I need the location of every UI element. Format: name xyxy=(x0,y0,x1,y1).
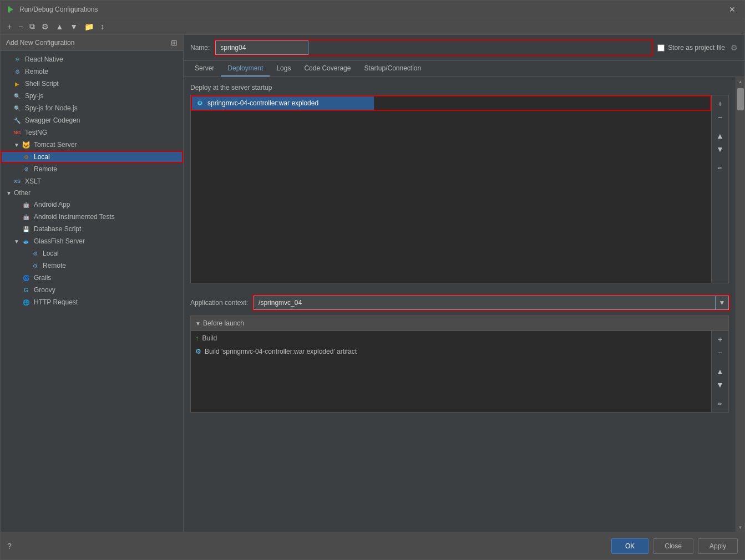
xslt-icon: XS xyxy=(13,177,22,186)
sidebar-item-label: Android Instrumented Tests xyxy=(34,213,115,221)
right-panel: Name: Store as project file ⚙ Server xyxy=(184,35,744,532)
app-context-input[interactable] xyxy=(254,296,716,310)
glassfish-icon: 🐟 xyxy=(22,237,31,246)
sidebar-item-android-instrumented[interactable]: 🤖 Android Instrumented Tests xyxy=(1,211,183,223)
spy-js-icon: 🔍 xyxy=(13,91,22,100)
deploy-remove-button[interactable]: − xyxy=(714,111,726,123)
help-button[interactable]: ? xyxy=(7,542,12,551)
sidebar-header: Add New Configuration ⊞ xyxy=(1,35,183,51)
before-launch-content: ↑ Build ⚙ Build 'springmvc-04-controller… xyxy=(191,331,728,412)
deploy-add-button[interactable]: + xyxy=(714,98,726,110)
sidebar-item-glassfish-remote[interactable]: ⚙ Remote xyxy=(1,259,183,272)
sidebar-item-swagger[interactable]: 🔧 Swagger Codegen xyxy=(1,114,183,126)
tab-deployment[interactable]: Deployment xyxy=(221,61,270,77)
sidebar-item-tomcat-local[interactable]: ⚙ Local xyxy=(1,151,183,163)
move-down-button[interactable]: ▼ xyxy=(68,21,80,32)
bl-remove-button[interactable]: − xyxy=(714,347,726,359)
sidebar-item-label: Remote xyxy=(43,262,66,269)
add-button[interactable]: + xyxy=(5,21,14,32)
sort-button[interactable]: ↕ xyxy=(98,21,107,32)
sidebar-item-tomcat-server[interactable]: ▼ 🐱 Tomcat Server xyxy=(1,139,183,151)
sidebar-item-spy-js-node[interactable]: 🔍 Spy-js for Node.js xyxy=(1,102,183,114)
bl-edit-button[interactable]: ✏ xyxy=(714,398,726,410)
sidebar-item-glassfish[interactable]: ▼ 🐟 GlassFish Server xyxy=(1,235,183,247)
before-launch-list: ↑ Build ⚙ Build 'springmvc-04-controller… xyxy=(191,331,711,412)
sidebar-item-tomcat-remote[interactable]: ⚙ Remote xyxy=(1,163,183,175)
store-checkbox[interactable] xyxy=(657,44,665,52)
ok-button[interactable]: OK xyxy=(611,538,648,554)
deploy-down-button[interactable]: ▼ xyxy=(714,143,726,155)
sidebar-item-glassfish-local[interactable]: ⚙ Local xyxy=(1,247,183,259)
android-instrumented-icon: 🤖 xyxy=(22,212,31,221)
sidebar-item-remote[interactable]: ⚙ Remote xyxy=(1,65,183,78)
deploy-up-button[interactable]: ▲ xyxy=(714,130,726,142)
name-input[interactable] xyxy=(215,40,308,55)
sidebar-settings-button[interactable]: ⊞ xyxy=(171,38,178,47)
deploy-item-springmvc[interactable]: ⚙ springmvc-04-controller:war exploded xyxy=(191,95,374,111)
swagger-icon: 🔧 xyxy=(13,116,22,125)
before-launch-item-build[interactable]: ↑ Build xyxy=(191,331,711,345)
deploy-edit-button[interactable]: ✏ xyxy=(714,162,726,174)
sidebar-tree: ⚛ React Native ⚙ Remote ▶ Shell Script xyxy=(1,51,183,532)
sidebar-item-label: Swagger Codegen xyxy=(25,116,80,124)
artifact-icon: ⚙ xyxy=(195,348,201,355)
build-icon: ↑ xyxy=(195,334,199,342)
close-button[interactable]: ✕ xyxy=(726,4,739,15)
tomcat-expand-icon: ▼ xyxy=(13,141,21,149)
copy-button[interactable]: ⧉ xyxy=(27,21,37,32)
dialog-footer: ? OK Close Apply xyxy=(1,532,744,559)
app-context-dropdown-button[interactable]: ▼ xyxy=(716,296,729,310)
sidebar-item-label: Database Script xyxy=(34,225,81,233)
before-launch-actions: + − ▲ ▼ ✏ xyxy=(711,331,728,412)
bl-add-button[interactable]: + xyxy=(714,333,726,345)
apply-button[interactable]: Apply xyxy=(698,538,738,554)
footer-buttons: OK Close Apply xyxy=(611,538,738,554)
tab-server[interactable]: Server xyxy=(188,61,221,77)
glassfish-remote-icon: ⚙ xyxy=(31,261,39,270)
folder-button[interactable]: 📁 xyxy=(82,21,96,32)
deploy-item-icon: ⚙ xyxy=(195,99,204,108)
cancel-button[interactable]: Close xyxy=(653,538,693,554)
config-button[interactable]: ⚙ xyxy=(39,21,51,32)
dialog-title: Run/Debug Configurations xyxy=(19,6,726,13)
store-gear-icon[interactable]: ⚙ xyxy=(731,43,738,52)
deploy-list: ⚙ springmvc-04-controller:war exploded xyxy=(191,95,711,283)
before-launch-item-artifact[interactable]: ⚙ Build 'springmvc-04-controller:war exp… xyxy=(191,345,711,358)
right-scrollbar[interactable]: ▲ ▼ xyxy=(736,77,744,532)
http-request-icon: 🌐 xyxy=(22,298,31,307)
tab-logs[interactable]: Logs xyxy=(270,61,297,77)
move-up-button[interactable]: ▲ xyxy=(53,21,65,32)
title-bar: Run/Debug Configurations ✕ xyxy=(1,1,744,18)
sidebar-item-testng[interactable]: NG TestNG xyxy=(1,126,183,139)
bl-up-button[interactable]: ▲ xyxy=(714,365,726,378)
tab-startup[interactable]: Startup/Connection xyxy=(357,61,428,77)
tab-code-coverage[interactable]: Code Coverage xyxy=(297,61,357,77)
sidebar-item-groovy[interactable]: G Groovy xyxy=(1,284,183,296)
sidebar-item-grails[interactable]: 🌀 Grails xyxy=(1,272,183,284)
remote-icon: ⚙ xyxy=(13,67,22,76)
sidebar-item-label: Shell Script xyxy=(25,80,59,88)
scroll-down-button[interactable]: ▼ xyxy=(736,523,745,532)
sidebar-item-spy-js[interactable]: 🔍 Spy-js xyxy=(1,90,183,102)
sidebar-item-react-native[interactable]: ⚛ React Native xyxy=(1,53,183,65)
sidebar-item-other[interactable]: ▼ Other xyxy=(1,187,183,198)
run-debug-dialog: Run/Debug Configurations ✕ + − ⧉ ⚙ ▲ ▼ 📁… xyxy=(0,0,745,560)
sidebar-item-label: Spy-js xyxy=(25,92,43,100)
right-main: Deploy at the server startup ⚙ springmvc… xyxy=(184,77,736,532)
bl-down-button[interactable]: ▼ xyxy=(714,379,726,391)
sidebar-item-shell-script[interactable]: ▶ Shell Script xyxy=(1,78,183,90)
sidebar-item-database-script[interactable]: 💾 Database Script xyxy=(1,223,183,235)
tomcat-icon: 🐱 xyxy=(22,140,31,149)
sidebar-item-label: Spy-js for Node.js xyxy=(25,104,78,112)
scroll-up-button[interactable]: ▲ xyxy=(736,77,745,86)
before-launch-header[interactable]: ▼ Before launch xyxy=(191,316,728,331)
spy-js-node-icon: 🔍 xyxy=(13,104,22,113)
remove-button[interactable]: − xyxy=(16,21,25,32)
sidebar-item-label: Remote xyxy=(34,165,57,173)
app-context-label: Application context: xyxy=(190,299,248,307)
sidebar-item-http-request[interactable]: 🌐 HTTP Request xyxy=(1,296,183,308)
sidebar-item-xslt[interactable]: XS XSLT xyxy=(1,175,183,187)
sidebar-item-android-app[interactable]: 🤖 Android App xyxy=(1,198,183,211)
dialog-icon xyxy=(6,5,15,14)
android-app-icon: 🤖 xyxy=(22,200,31,209)
